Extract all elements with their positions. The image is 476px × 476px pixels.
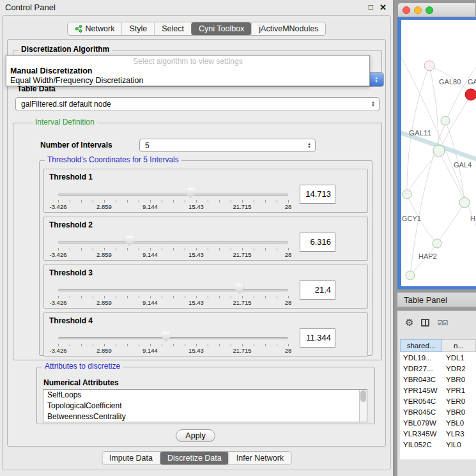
slider-track[interactable] <box>58 337 288 339</box>
tick-label: 9.144 <box>142 347 158 354</box>
tab-cyni-toolbox[interactable]: Cyni Toolbox <box>191 22 251 35</box>
scrollbar[interactable] <box>359 390 367 422</box>
slider-thumb[interactable] <box>187 188 195 198</box>
table-row[interactable]: YBL079WYBL0 <box>400 417 476 428</box>
tab-style[interactable]: Style <box>121 22 154 35</box>
tick-label: 2.859 <box>96 299 112 306</box>
node-table[interactable]: shared... n... YDL19...YDL1 YDR27...YDR2… <box>400 339 476 459</box>
algorithm-dropdown: Select algorithm to view settings Manual… <box>6 55 370 86</box>
list-item[interactable]: BetweennessCentrality <box>43 411 367 422</box>
float-window-icon[interactable]: □ <box>369 3 373 12</box>
dropdown-option-manual[interactable]: Manual Discretization <box>6 66 369 75</box>
table-header-row: shared... n... <box>400 339 476 352</box>
tab-infer-network[interactable]: Infer Network <box>229 452 291 464</box>
gear-icon[interactable]: ⚙ <box>405 317 413 328</box>
tick-label: 28 <box>285 203 292 210</box>
tab-select[interactable]: Select <box>154 22 191 35</box>
slider-ruler <box>58 344 289 346</box>
table-row[interactable]: YDR27...YDR2 <box>400 363 476 374</box>
network-node[interactable] <box>441 116 450 125</box>
network-node-selected[interactable] <box>465 89 476 100</box>
network-node-label: H <box>470 215 475 222</box>
combo-value: galFiltered.sif default node <box>16 100 367 109</box>
table-row[interactable]: YLR345WYLR3 <box>400 428 476 439</box>
network-node[interactable] <box>403 190 411 199</box>
dropdown-option-equal-width[interactable]: Equal Width/Frequency Discretization <box>6 75 369 85</box>
combo-button-icon[interactable]: ▲ ▼ <box>369 73 383 86</box>
number-of-intervals-combobox[interactable]: 5 ▲ ▼ <box>139 139 316 152</box>
network-node[interactable] <box>433 239 441 248</box>
scrollbar-thumb[interactable] <box>360 390 366 402</box>
threshold-slider-4[interactable]: -3.426 2.859 9.144 15.43 21.715 28 <box>58 331 288 355</box>
threshold-value-field[interactable]: 11.344 <box>300 328 335 348</box>
group-title: Attributes to discretize <box>42 362 123 371</box>
network-node[interactable] <box>433 145 445 157</box>
threshold-slider-2[interactable]: -3.426 2.859 9.144 15.43 21.715 28 <box>58 235 288 259</box>
zoom-light-icon[interactable] <box>426 6 433 14</box>
table-row[interactable]: YDL19...YDL1 <box>400 352 476 363</box>
attributes-listbox[interactable]: SelfLoops TopologicalCoefficient Between… <box>43 389 367 422</box>
threshold-slider-1[interactable]: -3.426 2.859 9.144 15.43 21.715 28 <box>58 187 288 211</box>
close-icon[interactable]: ✕ <box>380 3 387 12</box>
threshold-value-field[interactable]: 14.713 <box>300 185 335 204</box>
table-row[interactable]: YER054CYER0 <box>400 395 476 406</box>
network-node[interactable] <box>406 271 415 280</box>
network-frame: GAL80 GAL GAL11 GAL4 GCY1 H HAP2 <box>397 17 476 289</box>
threshold-value-field[interactable]: 6.316 <box>300 233 335 252</box>
network-window: GAL80 GAL GAL11 GAL4 GCY1 H HAP2 <box>397 3 476 289</box>
tab-network[interactable]: Network <box>68 22 122 35</box>
close-light-icon[interactable] <box>403 6 410 14</box>
table-data-combobox[interactable]: galFiltered.sif default node ▲ ▼ <box>15 97 380 111</box>
tab-jactivemnodules[interactable]: jActiveMNodules <box>251 22 325 35</box>
slider-track[interactable] <box>58 194 288 196</box>
tick-label: 21.715 <box>233 299 251 306</box>
table-row[interactable]: YBR045CYBR0 <box>400 406 476 417</box>
slider-thumb[interactable] <box>125 236 134 246</box>
list-item[interactable]: TopologicalCoefficient <box>43 401 367 411</box>
tab-discretize-data[interactable]: Discretize Data <box>160 452 229 464</box>
table-panel-title: Table Panel <box>397 295 447 305</box>
slider-thumb[interactable] <box>162 332 170 342</box>
tick-label: 15.43 <box>188 347 204 354</box>
tab-label: Infer Network <box>236 454 284 463</box>
cyni-toolbox-panel: Discretization Algorithm ▲ ▼ Table Data … <box>7 39 386 447</box>
network-icon <box>75 25 82 33</box>
tick-label: 2.859 <box>96 203 112 210</box>
threshold-slider-3[interactable]: -3.426 2.859 9.144 15.43 21.715 28 <box>58 283 288 307</box>
threshold-label: Threshold 2 <box>49 220 93 229</box>
slider-ruler <box>58 248 289 250</box>
columns-icon[interactable] <box>421 319 429 326</box>
table-row[interactable]: YIL052CYIL0 <box>400 439 476 450</box>
tick-labels: -3.426 2.859 9.144 15.43 21.715 28 <box>58 347 288 355</box>
slider-track[interactable] <box>58 242 288 243</box>
checkboxes-icon[interactable]: ☑☑ <box>437 319 447 326</box>
column-header-shared-name[interactable]: shared... <box>400 339 442 352</box>
table-row[interactable]: YBR043CYBR0 <box>400 374 476 385</box>
column-header-name[interactable]: n... <box>442 339 476 352</box>
tab-label: Network <box>86 24 115 33</box>
network-node[interactable] <box>424 61 434 71</box>
window-title: Control Panel <box>5 3 56 12</box>
tab-label: Style <box>129 24 147 33</box>
network-titlebar <box>397 3 476 17</box>
tick-label: 15.43 <box>188 251 204 258</box>
threshold-value-field[interactable]: 21.4 <box>300 280 335 300</box>
slider-thumb[interactable] <box>235 284 243 294</box>
table-panel-window: ⚙ ☑☑ shared... n... YDL19...YDL1 YDR27..… <box>397 311 476 476</box>
apply-button[interactable]: Apply <box>176 429 215 442</box>
network-canvas[interactable]: GAL80 GAL GAL11 GAL4 GCY1 H HAP2 <box>401 20 476 286</box>
threshold-panel-2: Threshold 2 -3.426 2.859 9.144 15.43 <box>43 217 368 261</box>
attributes-group: Attributes to discretize Numerical Attri… <box>36 367 375 424</box>
number-of-intervals-label: Number of Intervals <box>40 141 112 150</box>
tab-label: Select <box>162 24 184 33</box>
desktop: Control Panel □ ✕ Network <box>0 0 476 476</box>
list-item[interactable]: SelfLoops <box>43 390 367 401</box>
table-row[interactable]: YPR145WYPR1 <box>400 385 476 395</box>
tab-impute-data[interactable]: Impute Data <box>102 452 160 464</box>
threshold-label: Threshold 3 <box>49 268 93 277</box>
tab-label: Discretize Data <box>167 454 222 463</box>
slider-track[interactable] <box>58 289 288 291</box>
network-node-label: GAL11 <box>409 129 431 137</box>
minimize-light-icon[interactable] <box>414 6 422 14</box>
network-node[interactable] <box>459 197 470 208</box>
